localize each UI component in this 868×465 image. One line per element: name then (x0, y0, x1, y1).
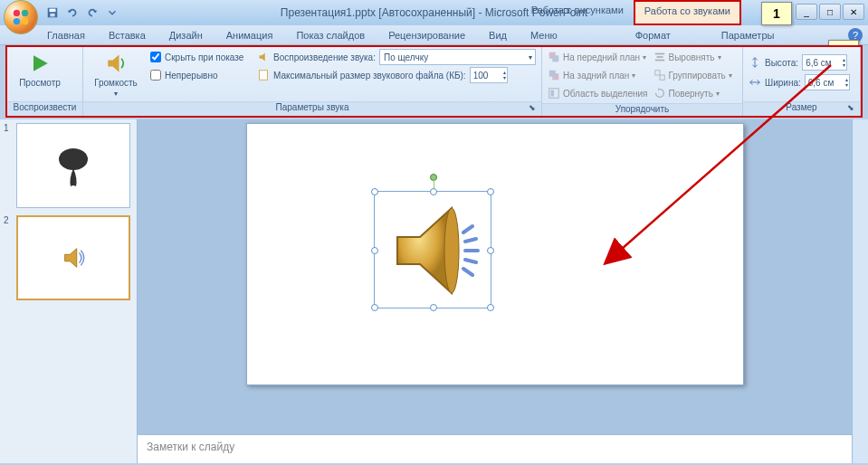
chevron-down-icon: ▾ (114, 90, 118, 98)
resize-handle-n[interactable] (430, 188, 437, 195)
send-back-button[interactable]: На задний план▾ (548, 67, 648, 83)
context-tab-pictures[interactable]: Работа с рисунками (521, 0, 634, 25)
title-bar: Презентация1.pptx [Автосохраненный] - Mi… (0, 0, 868, 25)
svg-rect-15 (656, 56, 663, 58)
redo-icon[interactable] (83, 4, 101, 22)
ribbon-tabs: Главная Вставка Дизайн Анимация Показ сл… (0, 25, 868, 45)
window-controls: _ □ ✕ (796, 4, 864, 20)
svg-rect-11 (549, 71, 556, 77)
context-tab-sounds[interactable]: Работа со звуками (634, 0, 741, 25)
resize-handle-s[interactable] (430, 304, 437, 311)
preview-button[interactable]: Просмотр (13, 49, 67, 90)
slides-panel: 1 2 (0, 119, 138, 463)
sound-params-dialog-launcher[interactable]: ⬊ (529, 103, 539, 114)
resize-handle-w[interactable] (371, 247, 378, 254)
contextual-tabs: Работа с рисунками Работа со звуками (521, 0, 741, 25)
group-sound-params-label: Параметры звука (83, 101, 541, 116)
height-icon (749, 56, 761, 69)
group-button[interactable]: Группировать▾ (653, 67, 732, 83)
tab-menu[interactable]: Меню (527, 28, 561, 43)
resize-handle-se[interactable] (487, 304, 494, 311)
height-spinner[interactable]: 6,6 см (802, 54, 847, 71)
svg-point-3 (22, 18, 28, 24)
resize-handle-sw[interactable] (371, 304, 378, 311)
preview-label: Просмотр (19, 78, 61, 88)
max-size-spinner[interactable]: 100 (470, 67, 508, 83)
group-arrange-label: Упорядочить (542, 103, 742, 116)
sound-icon (257, 51, 270, 63)
tab-params[interactable]: Параметры (718, 28, 778, 43)
svg-rect-13 (551, 90, 555, 97)
thumbnail-1[interactable]: 1 (4, 123, 133, 208)
qat-dropdown-icon[interactable] (103, 4, 121, 22)
tab-design[interactable]: Дизайн (166, 28, 206, 43)
callout-1: 1 (761, 2, 792, 25)
office-button[interactable] (4, 0, 38, 34)
tab-format[interactable]: Формат (632, 28, 674, 43)
thumbnail-2-preview (16, 215, 130, 300)
save-icon[interactable] (43, 4, 62, 22)
tab-view[interactable]: Вид (485, 28, 510, 43)
group-sound-params: Громкость ▾ Скрыть при показе Непрерывно… (83, 47, 542, 116)
play-mode-dropdown[interactable]: По щелчку (379, 49, 536, 65)
notes-pane[interactable]: Заметки к слайду (138, 434, 852, 463)
slide-canvas[interactable] (138, 119, 852, 434)
close-button[interactable]: ✕ (843, 4, 864, 20)
svg-rect-7 (260, 71, 268, 81)
continuous-checkbox[interactable]: Непрерывно (150, 67, 250, 83)
width-spinner[interactable]: 6,6 см (805, 74, 850, 90)
svg-rect-6 (50, 14, 54, 17)
group-arrange: На передний план▾ На задний план▾ Област… (542, 47, 743, 116)
selection-pane-button[interactable]: Область выделения (548, 85, 648, 101)
svg-rect-14 (654, 53, 664, 55)
rotate-button[interactable]: Повернуть▾ (653, 85, 732, 101)
tab-slideshow[interactable]: Показ слайдов (292, 28, 368, 43)
max-size-label: Максимальный размер звукового файла (КБ)… (273, 71, 466, 81)
play-sound-label: Воспроизведение звука: (273, 52, 376, 62)
speaker-object-icon (375, 192, 492, 309)
svg-rect-18 (660, 75, 664, 80)
svg-rect-16 (654, 60, 664, 62)
volume-button[interactable]: Громкость ▾ (89, 49, 143, 100)
svg-point-19 (59, 148, 88, 170)
vertical-scrollbar[interactable] (852, 119, 868, 463)
bring-front-button[interactable]: На передний план▾ (548, 49, 648, 65)
thumbnail-2[interactable]: 2 (4, 215, 133, 300)
slide (246, 123, 744, 385)
svg-point-2 (14, 18, 20, 24)
svg-point-1 (22, 10, 28, 16)
resize-handle-ne[interactable] (487, 188, 494, 195)
svg-point-20 (444, 208, 459, 293)
width-label: Ширина: (765, 78, 801, 88)
work-area: 1 2 (0, 119, 868, 463)
group-play-label: Воспроизвести (7, 101, 82, 116)
tab-review[interactable]: Рецензирование (385, 28, 469, 43)
hide-on-show-checkbox[interactable]: Скрыть при показе (150, 49, 250, 65)
minimize-button[interactable]: _ (796, 4, 817, 20)
height-label: Высота: (765, 58, 798, 68)
selected-object[interactable] (374, 191, 491, 308)
undo-icon[interactable] (63, 4, 81, 22)
resize-handle-e[interactable] (487, 247, 494, 254)
canvas-area: Заметки к слайду (138, 119, 852, 463)
ribbon: Просмотр Воспроизвести Громкость ▾ Скрыт… (5, 45, 863, 118)
group-size: Высота:6,6 см Ширина:6,6 см Размер ⬊ (743, 47, 861, 116)
svg-point-0 (14, 10, 20, 16)
svg-rect-9 (552, 55, 558, 62)
tab-animation[interactable]: Анимация (223, 28, 277, 43)
tab-insert[interactable]: Вставка (105, 28, 149, 43)
resize-handle-nw[interactable] (371, 188, 378, 195)
volume-label: Громкость (94, 78, 138, 88)
width-icon (749, 76, 761, 89)
maximize-button[interactable]: □ (819, 4, 841, 20)
group-play: Просмотр Воспроизвести (7, 47, 83, 116)
tab-home[interactable]: Главная (43, 28, 89, 43)
thumbnail-1-preview (16, 123, 130, 208)
image-icon (51, 143, 96, 188)
size-dialog-launcher[interactable]: ⬊ (847, 103, 858, 114)
svg-rect-17 (654, 71, 659, 75)
align-button[interactable]: Выровнять▾ (653, 49, 732, 65)
group-size-label: Размер (743, 101, 860, 116)
quick-access-toolbar (43, 4, 121, 22)
svg-rect-5 (50, 9, 56, 13)
